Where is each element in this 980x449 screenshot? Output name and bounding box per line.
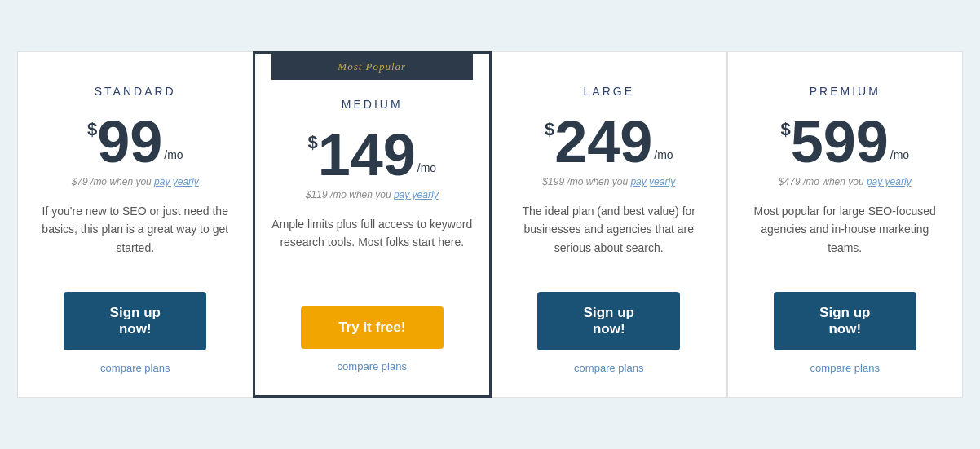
yearly-note-premium: $479 /mo when you pay yearly — [779, 176, 912, 187]
compare-plans-link-premium[interactable]: compare plans — [810, 362, 880, 374]
yearly-note-medium: $119 /mo when you pay yearly — [306, 189, 439, 200]
compare-plans-link-large[interactable]: compare plans — [574, 362, 643, 374]
compare-plans-link-standard[interactable]: compare plans — [100, 362, 170, 374]
price-amount-standard: 99 — [97, 112, 162, 171]
price-amount-large: 249 — [554, 112, 652, 171]
price-block-premium: $ 599 /mo — [780, 112, 909, 171]
plan-name-medium: MEDIUM — [342, 98, 403, 111]
plan-card-large: LARGE $ 249 /mo $199 /mo when you pay ye… — [491, 51, 727, 398]
price-dollar-standard: $ — [87, 119, 97, 140]
price-dollar-medium: $ — [307, 132, 317, 153]
price-amount-medium: 149 — [318, 125, 416, 184]
signup-button-premium[interactable]: Sign up now! — [774, 292, 916, 350]
price-mo-standard: /mo — [164, 148, 183, 161]
signup-button-large[interactable]: Sign up now! — [537, 292, 680, 350]
plan-description-premium: Most popular for large SEO-focused agenc… — [744, 202, 947, 267]
price-amount-premium: 599 — [791, 112, 889, 171]
plan-card-standard: STANDARD $ 99 /mo $79 /mo when you pay y… — [17, 51, 254, 398]
pricing-container: STANDARD $ 99 /mo $79 /mo when you pay y… — [17, 51, 963, 398]
pay-yearly-link-premium[interactable]: pay yearly — [867, 176, 912, 187]
plan-description-medium: Ample limits plus full access to keyword… — [271, 215, 474, 282]
price-dollar-large: $ — [545, 119, 554, 140]
price-mo-large: /mo — [654, 148, 673, 161]
price-dollar-premium: $ — [780, 119, 790, 140]
pay-yearly-link-standard[interactable]: pay yearly — [154, 176, 199, 187]
price-block-large: $ 249 /mo — [545, 112, 673, 171]
plan-card-premium: PREMIUM $ 599 /mo $479 /mo when you pay … — [727, 51, 964, 398]
price-block-standard: $ 99 /mo — [87, 112, 183, 171]
price-block-medium: $ 149 /mo — [307, 125, 436, 184]
try-free-button-medium[interactable]: Try it free! — [301, 306, 444, 349]
yearly-note-standard: $79 /mo when you pay yearly — [72, 176, 199, 187]
plan-card-medium: Most PopularMEDIUM $ 149 /mo $119 /mo wh… — [253, 51, 492, 398]
pay-yearly-link-large[interactable]: pay yearly — [630, 176, 675, 187]
price-mo-medium: /mo — [417, 161, 436, 174]
price-mo-premium: /mo — [890, 148, 909, 161]
signup-button-standard[interactable]: Sign up now! — [64, 292, 206, 350]
yearly-note-large: $199 /mo when you pay yearly — [542, 176, 675, 187]
plan-name-standard: STANDARD — [95, 85, 176, 98]
pay-yearly-link-medium[interactable]: pay yearly — [394, 189, 439, 200]
most-popular-badge: Most Popular — [271, 54, 474, 80]
plan-description-large: The ideal plan (and best value) for busi… — [508, 202, 710, 267]
plan-name-premium: PREMIUM — [810, 85, 881, 98]
compare-plans-link-medium[interactable]: compare plans — [338, 360, 407, 372]
plan-name-large: LARGE — [584, 85, 634, 98]
plan-description-standard: If you're new to SEO or just need the ba… — [34, 202, 236, 267]
